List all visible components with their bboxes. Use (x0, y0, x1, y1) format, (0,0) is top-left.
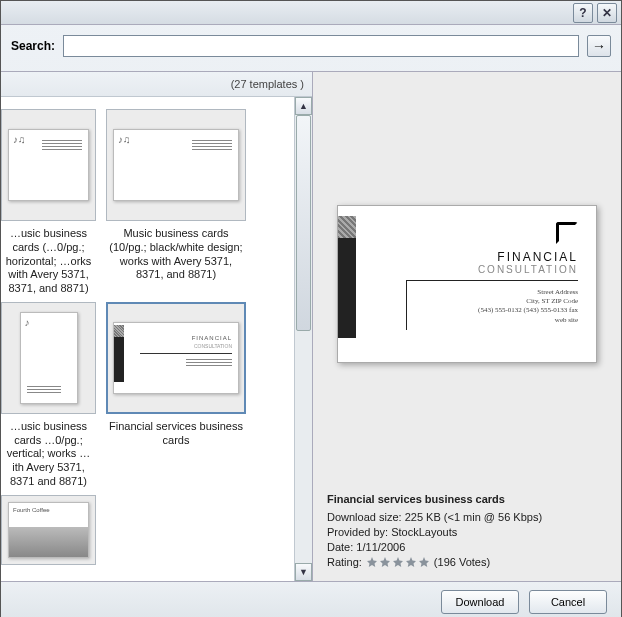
search-row: Search: → (1, 25, 621, 71)
stripe-icon (338, 238, 356, 338)
template-caption: …usic business cards …0/pg.; vertical; w… (1, 420, 96, 489)
preview-brand: FINANCIAL CONSULTATION (478, 250, 578, 275)
template-thumbnail: ♪♫ (106, 109, 246, 221)
meta-label: Rating: (327, 556, 362, 568)
scrollbar-thumb[interactable] (296, 115, 311, 331)
template-thumbnail: Fourth Coffee (1, 495, 96, 565)
gallery-scrollbar[interactable]: ▲ ▼ (294, 97, 312, 581)
meta-download-size: Download size: 225 KB (<1 min @ 56 Kbps) (327, 511, 607, 523)
addr-line: City, ST ZIP Code (478, 297, 578, 306)
meta-label: Provided by: (327, 526, 388, 538)
meta-label: Download size: (327, 511, 402, 523)
template-item-coffee[interactable]: Fourth Coffee (1, 495, 96, 582)
preview-card: FINANCIAL CONSULTATION Street Address Ci… (337, 205, 597, 363)
help-button[interactable]: ? (573, 3, 593, 23)
template-item-financial[interactable]: FINANCIAL CONSULTATION Financial service… (106, 302, 246, 489)
star-icon (405, 556, 417, 568)
templates-pane: (27 templates ) ♪♫ …usic business cards … (1, 72, 313, 581)
star-icon (379, 556, 391, 568)
template-thumbnail: FINANCIAL CONSULTATION (106, 302, 246, 414)
music-notes-icon: ♪♫ (13, 134, 26, 145)
preview-area: FINANCIAL CONSULTATION Street Address Ci… (313, 72, 621, 485)
template-caption: Financial services business cards (106, 420, 246, 476)
template-metadata: Financial services business cards Downlo… (313, 485, 621, 581)
star-icon (366, 556, 378, 568)
scrollbar-track[interactable] (295, 115, 312, 563)
meta-value: 1/11/2006 (356, 541, 405, 553)
rule-icon (406, 280, 578, 281)
photo-icon (9, 527, 88, 557)
titlebar: ? ✕ (1, 1, 621, 25)
search-go-button[interactable]: → (587, 35, 611, 57)
card-preview-icon: ♪♫ (8, 129, 89, 201)
vrule-icon (406, 280, 407, 330)
addr-line: web site (478, 316, 578, 325)
dialog-footer: Download Cancel (1, 581, 621, 617)
card-preview-icon: Fourth Coffee (8, 502, 89, 558)
download-button[interactable]: Download (441, 590, 519, 614)
card-preview-icon: FINANCIAL CONSULTATION (113, 322, 239, 394)
music-notes-icon: ♪ (25, 317, 30, 328)
meta-title: Financial services business cards (327, 493, 607, 505)
dialog-window: ? ✕ Search: → (27 templates ) ♪♫ (0, 0, 622, 617)
meta-rating: Rating: (196 Votes) (327, 556, 607, 568)
brand-line2: CONSULTATION (478, 264, 578, 275)
meta-date: Date: 1/11/2006 (327, 541, 607, 553)
music-notes-icon: ♪♫ (118, 134, 131, 145)
card-preview-icon: ♪ (20, 312, 78, 404)
meta-provided-by: Provided by: StockLayouts (327, 526, 607, 538)
close-button[interactable]: ✕ (597, 3, 617, 23)
template-item-music-vertical[interactable]: ♪ …usic business cards …0/pg.; vertical;… (1, 302, 96, 489)
template-thumbnail: ♪♫ (1, 109, 96, 221)
template-gallery: ♪♫ …usic business cards (…0/pg.; horizon… (1, 97, 294, 581)
addr-line: Street Address (478, 288, 578, 297)
preview-address: Street Address City, ST ZIP Code (543) 5… (478, 288, 578, 326)
meta-label: Date: (327, 541, 353, 553)
logo-icon (556, 222, 578, 244)
scroll-down-button[interactable]: ▼ (295, 563, 312, 581)
preview-pane: FINANCIAL CONSULTATION Street Address Ci… (313, 72, 621, 581)
gallery-wrap: ♪♫ …usic business cards (…0/pg.; horizon… (1, 97, 312, 581)
addr-line: (543) 555-0132 (543) 555-0133 fax (478, 306, 578, 315)
meta-value: StockLayouts (391, 526, 457, 538)
card-preview-icon: ♪♫ (113, 129, 239, 201)
template-item-music-horizontal[interactable]: ♪♫ …usic business cards (…0/pg.; horizon… (1, 109, 96, 296)
rating-stars (366, 556, 430, 568)
search-label: Search: (11, 39, 55, 53)
cancel-button[interactable]: Cancel (529, 590, 607, 614)
rating-votes: (196 Votes) (434, 556, 490, 568)
template-caption: Music business cards (10/pg.; black/whit… (106, 227, 246, 283)
template-caption: …usic business cards (…0/pg.; horizontal… (1, 227, 96, 296)
search-input[interactable] (63, 35, 579, 57)
template-item-music-bw[interactable]: ♪♫ Music business cards (10/pg.; black/w… (106, 109, 246, 296)
content-area: (27 templates ) ♪♫ …usic business cards … (1, 71, 621, 581)
template-caption (47, 571, 51, 582)
scroll-up-button[interactable]: ▲ (295, 97, 312, 115)
brand-line1: FINANCIAL (478, 250, 578, 264)
star-icon (392, 556, 404, 568)
star-icon (418, 556, 430, 568)
meta-value: 225 KB (<1 min @ 56 Kbps) (405, 511, 542, 523)
stripe-icon (114, 337, 124, 383)
template-count: (27 templates ) (1, 72, 312, 97)
template-thumbnail: ♪ (1, 302, 96, 414)
